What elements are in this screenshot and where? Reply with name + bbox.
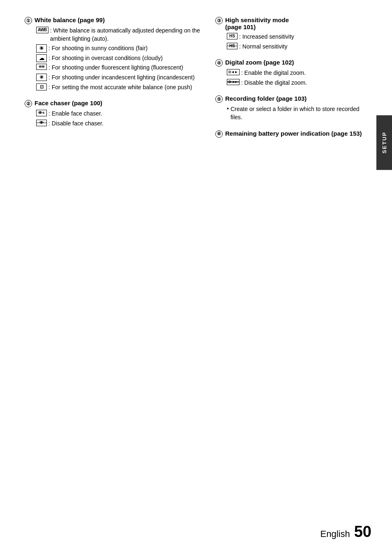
item-onepush: ⊡ : For setting the most accurate white … [36,83,203,92]
item-cloudy-text: : For shooting in overcast conditions (c… [48,54,163,62]
icon-dz-enable: D◄► [227,69,240,75]
item-dz-disable: D◄► : Disable the digital zoom. [227,79,367,87]
footer-language: English [321,529,350,539]
icon-cloudy: ☁ [36,54,47,62]
recording-folder-title: Recording folder (page 103) [225,95,307,102]
item-cloudy: ☁ : For shooting in overcast conditions … [36,54,203,62]
page-container: ① White balance (page 99) AWB : White ba… [0,0,392,553]
item-incandescent: ✳ : For shooting under incandescent ligh… [36,74,203,82]
section-recording-folder: ⑤ Recording folder (page 103) • Create o… [215,95,367,121]
section-num-2: ② [25,100,32,107]
section-num-5: ⑤ [215,95,223,103]
section-num-3: ③ [215,17,223,24]
page-footer: English 50 [321,523,371,541]
sidebar-setup-label: SETUP [376,115,392,170]
item-face-disable-text: : Disable face chaser. [48,120,104,128]
item-hs-off-text: : Normal sensitivity [239,43,287,51]
recording-folder-items: • Create or select a folder in which to … [227,105,367,121]
section-white-balance: ① White balance (page 99) AWB : White ba… [25,16,203,91]
item-face-disable: 👁 : Disable face chaser. [36,120,203,128]
icon-incandescent: ✳ [36,74,47,81]
item-fluorescent: ≋≋ : For shooting under fluorescent ligh… [36,64,203,72]
item-hs-on: HS : Increased sensitivity [227,33,367,41]
content-area: ① White balance (page 99) AWB : White ba… [25,16,367,146]
item-face-enable-text: : Enable face chaser. [48,110,102,118]
face-chaser-items: 👁+ : Enable face chaser. 👁 : Disable fac… [36,110,203,127]
section-title-recording-folder: ⑤ Recording folder (page 103) [215,95,367,103]
section-num-4: ④ [215,59,223,67]
icon-hs-off: HS [227,43,238,49]
item-awb: AWB : White balance is automatically adj… [36,27,203,43]
right-column: ③ High sensitivity mode(page 101) HS : I… [215,16,367,146]
digital-zoom-title: Digital zoom (page 102) [225,59,294,66]
section-face-chaser: ② Face chaser (page 100) 👁+ : Enable fac… [25,99,203,127]
section-title-high-sensitivity: ③ High sensitivity mode(page 101) [215,16,367,30]
high-sensitivity-items: HS : Increased sensitivity HS : Normal s… [227,33,367,51]
item-hs-off: HS : Normal sensitivity [227,43,367,51]
footer-page-number: 50 [354,523,371,541]
item-hs-on-text: : Increased sensitivity [239,33,294,41]
section-title-white-balance: ① White balance (page 99) [25,16,203,24]
section-title-battery: ⑥ Remaining battery power indication (pa… [215,130,367,138]
item-sunny: ☀ : For shooting in sunny conditions (fa… [36,44,203,53]
item-fluorescent-text: : For shooting under fluorescent lightin… [48,64,183,72]
icon-fluorescent: ≋≋ [36,64,47,70]
icon-onepush: ⊡ [36,83,47,90]
digital-zoom-items: D◄► : Enable the digital zoom. D◄► : Dis… [227,69,367,87]
section-num-6: ⑥ [215,130,223,138]
icon-awb: AWB [36,27,48,33]
icon-sunny: ☀ [36,44,47,53]
item-onepush-text: : For setting the most accurate white ba… [48,83,192,92]
bullet-icon: • [227,105,229,112]
item-awb-text: : White balance is automatically adjuste… [50,27,203,43]
item-dz-enable-text: : Enable the digital zoom. [241,69,306,77]
icon-face-disable: 👁 [36,120,47,126]
section-digital-zoom: ④ Digital zoom (page 102) D◄► : Enable t… [215,59,367,87]
left-column: ① White balance (page 99) AWB : White ba… [25,16,203,146]
recording-folder-bullet: • Create or select a folder in which to … [227,105,367,121]
section-battery: ⑥ Remaining battery power indication (pa… [215,130,367,138]
high-sensitivity-title: High sensitivity mode(page 101) [225,16,289,30]
white-balance-items: AWB : White balance is automatically adj… [36,27,203,91]
item-sunny-text: : For shooting in sunny conditions (fair… [48,44,148,53]
white-balance-title: White balance (page 99) [35,16,105,23]
item-dz-disable-text: : Disable the digital zoom. [241,79,307,87]
recording-folder-text: Create or select a folder in which to st… [231,105,367,121]
item-face-enable: 👁+ : Enable face chaser. [36,110,203,118]
section-title-digital-zoom: ④ Digital zoom (page 102) [215,59,367,67]
icon-face-enable: 👁+ [36,110,47,116]
face-chaser-title: Face chaser (page 100) [35,99,102,106]
item-dz-enable: D◄► : Enable the digital zoom. [227,69,367,77]
section-high-sensitivity: ③ High sensitivity mode(page 101) HS : I… [215,16,367,51]
section-num-1: ① [25,17,32,24]
item-incandescent-text: : For shooting under incandescent lighti… [48,74,195,82]
icon-dz-disable: D◄► [227,79,240,85]
battery-title: Remaining battery power indication (page… [225,130,362,137]
section-title-face-chaser: ② Face chaser (page 100) [25,99,203,107]
icon-hs-on: HS [227,33,238,39]
